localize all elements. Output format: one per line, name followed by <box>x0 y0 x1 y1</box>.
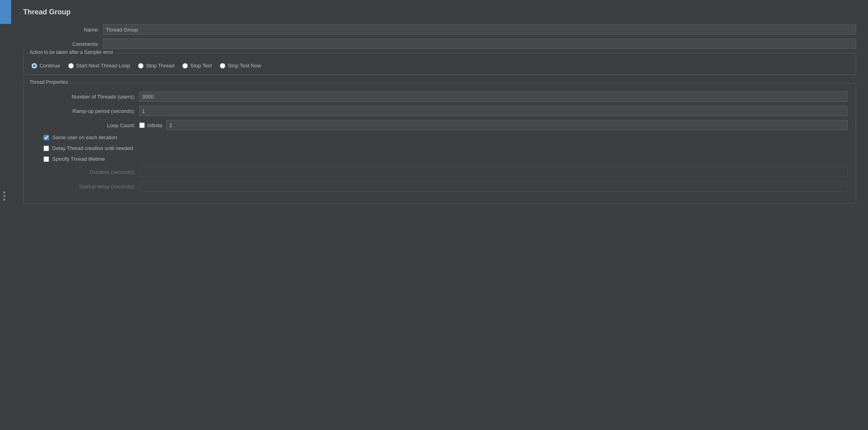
specify-lifetime-row: Specify Thread lifetime <box>43 156 848 162</box>
loop-count-label: Loop Count: <box>39 122 139 128</box>
startup-delay-row: Startup delay (seconds): <box>39 181 848 191</box>
ramp-up-row: Ramp-up period (seconds): <box>39 106 848 116</box>
radio-stop-thread[interactable]: Stop Thread <box>138 63 174 69</box>
thread-properties-section: Thread Properties Number of Threads (use… <box>23 83 856 204</box>
radio-stop-thread-input[interactable] <box>138 63 144 69</box>
radio-stop-test-input[interactable] <box>182 63 188 69</box>
delay-creation-row: Delay Thread creation until needed <box>43 145 848 151</box>
num-threads-row: Number of Threads (users): <box>39 91 848 102</box>
radio-stop-test-now-input[interactable] <box>220 63 225 69</box>
radio-continue-input[interactable] <box>32 63 37 69</box>
action-section: Action to be taken after a Sampler error… <box>23 53 856 75</box>
comments-row: Comments: <box>23 39 856 49</box>
infinite-label: Infinite <box>147 122 162 128</box>
ramp-up-input[interactable] <box>139 106 848 116</box>
radio-stop-test-now-label: Stop Test Now <box>228 63 261 69</box>
name-label: Name: <box>23 27 103 33</box>
delay-creation-checkbox[interactable] <box>43 146 49 151</box>
same-user-checkbox[interactable] <box>43 135 49 140</box>
duration-label: Duration (seconds): <box>39 169 139 175</box>
action-legend: Action to be taken after a Sampler error <box>28 49 115 55</box>
same-user-row: Same user on each iteration <box>43 134 848 140</box>
infinite-checkbox-area: Infinite <box>139 122 162 128</box>
num-threads-label: Number of Threads (users): <box>39 94 139 100</box>
radio-continue[interactable]: Continue <box>32 63 60 69</box>
radio-stop-test-now[interactable]: Stop Test Now <box>220 63 261 69</box>
startup-delay-label: Startup delay (seconds): <box>39 183 139 189</box>
loop-count-input[interactable] <box>166 120 848 130</box>
startup-delay-input <box>139 181 848 191</box>
radio-stop-test-label: Stop Test <box>190 63 212 69</box>
thread-properties-legend: Thread Properties <box>28 79 70 85</box>
ramp-up-label: Ramp-up period (seconds): <box>39 108 139 114</box>
action-radio-group: Continue Start Next Thread Loop Stop Thr… <box>32 59 848 69</box>
loop-count-row: Loop Count: Infinite <box>39 120 848 130</box>
sidebar-active-tab[interactable] <box>0 0 11 24</box>
num-threads-input[interactable] <box>139 91 848 102</box>
page-title: Thread Group <box>23 8 856 16</box>
sidebar-panel <box>0 0 11 430</box>
delay-creation-label: Delay Thread creation until needed <box>52 145 133 151</box>
comments-input[interactable] <box>103 39 856 49</box>
radio-continue-label: Continue <box>39 63 60 69</box>
sidebar-dots <box>3 191 5 201</box>
radio-start-next[interactable]: Start Next Thread Loop <box>68 63 130 69</box>
main-panel: Thread Group Name: Comments: Action to b… <box>11 0 868 430</box>
duration-input <box>139 167 848 177</box>
radio-start-next-label: Start Next Thread Loop <box>76 63 130 69</box>
radio-stop-test[interactable]: Stop Test <box>182 63 212 69</box>
radio-stop-thread-label: Stop Thread <box>146 63 174 69</box>
radio-start-next-input[interactable] <box>68 63 74 69</box>
specify-lifetime-label: Specify Thread lifetime <box>52 156 105 162</box>
specify-lifetime-checkbox[interactable] <box>43 156 49 162</box>
name-input[interactable] <box>103 24 856 35</box>
infinite-checkbox[interactable] <box>139 122 145 128</box>
same-user-label: Same user on each iteration <box>52 134 117 140</box>
duration-row: Duration (seconds): <box>39 167 848 177</box>
name-row: Name: <box>23 24 856 35</box>
comments-label: Comments: <box>23 41 103 47</box>
